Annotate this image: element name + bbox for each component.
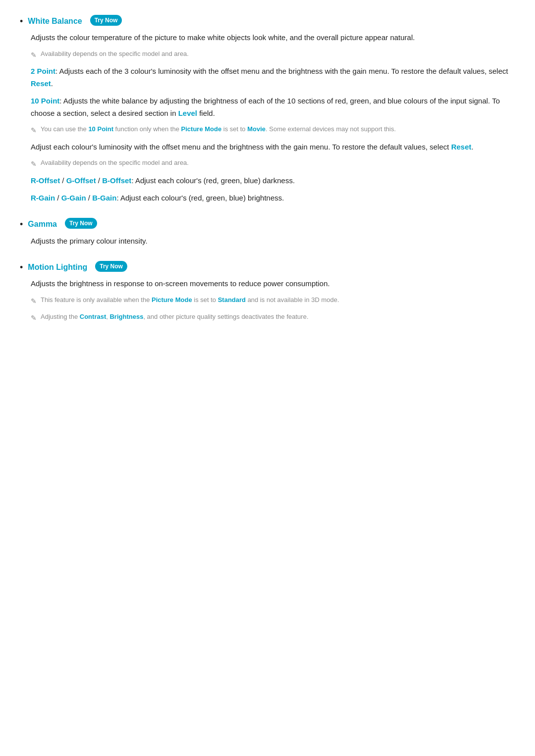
note-text: Availability depends on the specific mod… xyxy=(41,49,189,59)
bullet-dot: • xyxy=(20,261,23,274)
paragraph: R-Gain / G-Gain / B-Gain: Adjust each co… xyxy=(31,192,515,204)
try-now-badge-motion-lighting[interactable]: Try Now xyxy=(95,261,127,272)
note-row: ✎This feature is only available when the… xyxy=(31,295,515,306)
highlight: 2 Point xyxy=(31,67,55,75)
highlight: B-Offset xyxy=(102,176,131,185)
note-text: You can use the 10 Point function only w… xyxy=(41,124,396,134)
paragraph: Adjusts the brightness in response to on… xyxy=(31,278,515,290)
highlight: Level xyxy=(178,109,197,117)
section-header-white-balance: •White BalanceTry Now xyxy=(20,15,515,28)
note-row: ✎Adjusting the Contrast, Brightness, and… xyxy=(31,312,515,323)
highlight: G-Offset xyxy=(66,176,96,185)
highlight: Contrast xyxy=(80,313,106,320)
pencil-icon: ✎ xyxy=(31,312,37,323)
pencil-icon: ✎ xyxy=(31,296,37,306)
pencil-icon: ✎ xyxy=(31,50,37,60)
highlight: R-Gain xyxy=(31,194,55,202)
highlight: G-Gain xyxy=(61,194,86,202)
bullet-dot: • xyxy=(20,218,23,231)
paragraph: 10 Point: Adjusts the white balance by a… xyxy=(31,95,515,120)
section-content-motion-lighting: Adjusts the brightness in response to on… xyxy=(20,278,515,323)
highlight: Picture Mode xyxy=(181,125,222,133)
highlight: R-Offset xyxy=(31,176,60,185)
pencil-icon: ✎ xyxy=(31,158,37,169)
bullet-dot: • xyxy=(20,15,23,28)
note-text: This feature is only available when the … xyxy=(41,295,339,305)
note-row: ✎You can use the 10 Point function only … xyxy=(31,124,515,136)
paragraph: 2 Point: Adjusts each of the 3 colour's … xyxy=(31,65,515,90)
section-header-gamma: •GammaTry Now xyxy=(20,218,515,231)
paragraph: Adjusts the colour temperature of the pi… xyxy=(31,32,515,44)
highlight: Picture Mode xyxy=(152,296,192,303)
section-title-gamma: Gamma xyxy=(28,218,57,231)
section-header-motion-lighting: •Motion LightingTry Now xyxy=(20,261,515,274)
highlight: 10 Point xyxy=(88,125,113,133)
try-now-badge-gamma[interactable]: Try Now xyxy=(65,218,97,229)
pencil-icon: ✎ xyxy=(31,125,37,136)
highlight: Movie xyxy=(247,125,266,133)
section-title-white-balance: White Balance xyxy=(28,15,82,28)
note-text: Availability depends on the specific mod… xyxy=(41,158,189,168)
section-content-gamma: Adjusts the primary colour intensity. xyxy=(20,235,515,248)
highlight: Reset xyxy=(31,79,51,88)
note-text: Adjusting the Contrast, Brightness, and … xyxy=(41,312,309,322)
main-content-list: •White BalanceTry NowAdjusts the colour … xyxy=(20,15,515,323)
section-gamma: •GammaTry NowAdjusts the primary colour … xyxy=(20,218,515,247)
highlight: Reset xyxy=(451,143,472,151)
try-now-badge-white-balance[interactable]: Try Now xyxy=(90,15,122,26)
highlight: 10 Point xyxy=(31,97,59,105)
section-title-motion-lighting: Motion Lighting xyxy=(28,261,87,274)
highlight: Brightness xyxy=(109,313,143,320)
note-row: ✎Availability depends on the specific mo… xyxy=(31,158,515,169)
highlight: Standard xyxy=(218,296,246,303)
section-white-balance: •White BalanceTry NowAdjusts the colour … xyxy=(20,15,515,204)
paragraph: Adjust each colour's luminosity with the… xyxy=(31,141,515,153)
section-content-white-balance: Adjusts the colour temperature of the pi… xyxy=(20,32,515,204)
paragraph: Adjusts the primary colour intensity. xyxy=(31,235,515,248)
paragraph: R-Offset / G-Offset / B-Offset: Adjust e… xyxy=(31,175,515,187)
section-motion-lighting: •Motion LightingTry NowAdjusts the brigh… xyxy=(20,261,515,323)
highlight: B-Gain xyxy=(92,194,116,202)
note-row: ✎Availability depends on the specific mo… xyxy=(31,49,515,60)
